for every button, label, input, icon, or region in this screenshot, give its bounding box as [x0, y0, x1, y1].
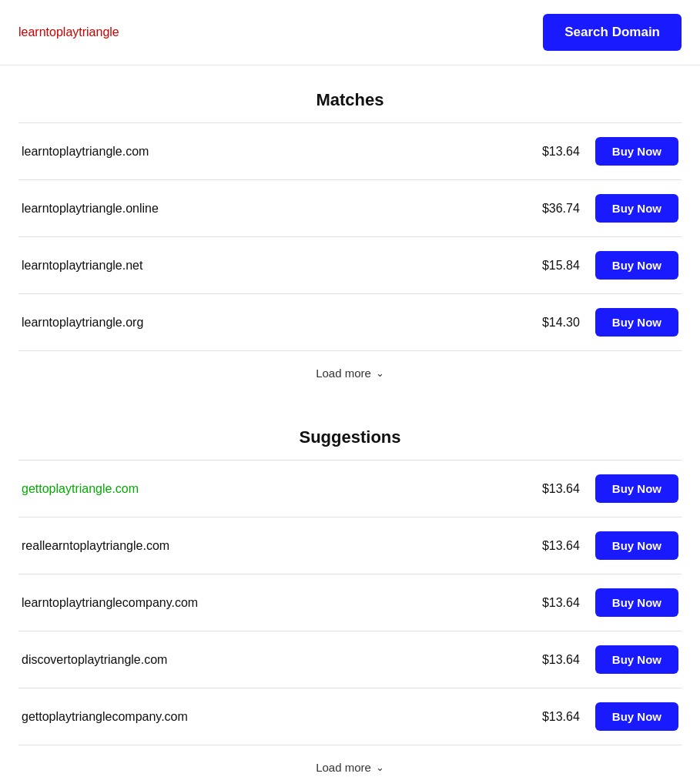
table-row: discovertoplaytriangle.com $13.64 Buy No… — [18, 631, 682, 688]
domain-name: learntoplaytriangle.com — [22, 145, 149, 159]
domain-right: $36.74 Buy Now — [534, 194, 678, 223]
domain-price: $13.64 — [534, 710, 580, 724]
matches-section-title: Matches — [18, 90, 682, 110]
search-input[interactable] — [18, 25, 327, 39]
domain-name: learntoplaytriangle.net — [22, 259, 142, 273]
buy-now-button[interactable]: Buy Now — [595, 645, 678, 674]
suggestions-section-title: Suggestions — [18, 427, 682, 447]
domain-right: $13.64 Buy Now — [534, 531, 678, 560]
domain-name: learntoplaytrianglecompany.com — [22, 596, 198, 610]
matches-load-more-label: Load more — [316, 367, 371, 380]
domain-name: reallearntoplaytriangle.com — [22, 539, 169, 553]
main-content: Matches learntoplaytriangle.com $13.64 B… — [0, 90, 700, 777]
domain-price: $13.64 — [534, 653, 580, 667]
buy-now-button[interactable]: Buy Now — [595, 137, 678, 166]
buy-now-button[interactable]: Buy Now — [595, 251, 678, 280]
table-row: learntoplaytriangle.online $36.74 Buy No… — [18, 180, 682, 237]
buy-now-button[interactable]: Buy Now — [595, 194, 678, 223]
chevron-down-icon: ⌄ — [376, 367, 384, 379]
domain-right: $13.64 Buy Now — [534, 702, 678, 731]
table-row: learntoplaytriangle.org $14.30 Buy Now — [18, 294, 682, 351]
domain-price: $15.84 — [534, 259, 580, 273]
domain-right: $13.64 Buy Now — [534, 474, 678, 503]
suggestions-load-more-container: Load more ⌄ — [18, 745, 682, 777]
domain-right: $14.30 Buy Now — [534, 308, 678, 337]
domain-right: $13.64 Buy Now — [534, 137, 678, 166]
domain-price: $14.30 — [534, 316, 580, 330]
table-row: learntoplaytriangle.com $13.64 Buy Now — [18, 122, 682, 180]
search-domain-button[interactable]: Search Domain — [543, 14, 682, 51]
header: Search Domain — [0, 0, 700, 65]
domain-name: discovertoplaytriangle.com — [22, 653, 167, 667]
buy-now-button[interactable]: Buy Now — [595, 702, 678, 731]
buy-now-button[interactable]: Buy Now — [595, 474, 678, 503]
matches-list: learntoplaytriangle.com $13.64 Buy Now l… — [18, 122, 682, 351]
domain-price: $13.64 — [534, 482, 580, 496]
domain-right: $13.64 Buy Now — [534, 645, 678, 674]
suggestions-load-more-button[interactable]: Load more ⌄ — [316, 761, 384, 774]
domain-name: learntoplaytriangle.org — [22, 316, 143, 330]
table-row: learntoplaytriangle.net $15.84 Buy Now — [18, 237, 682, 294]
domain-price: $13.64 — [534, 596, 580, 610]
domain-name: gettoplaytrianglecompany.com — [22, 710, 188, 724]
table-row: reallearntoplaytriangle.com $13.64 Buy N… — [18, 517, 682, 574]
domain-right: $13.64 Buy Now — [534, 588, 678, 617]
chevron-down-icon-2: ⌄ — [376, 762, 384, 773]
buy-now-button[interactable]: Buy Now — [595, 308, 678, 337]
domain-price: $13.64 — [534, 539, 580, 553]
table-row: gettoplaytriangle.com $13.64 Buy Now — [18, 460, 682, 517]
matches-load-more-container: Load more ⌄ — [18, 351, 682, 403]
matches-load-more-button[interactable]: Load more ⌄ — [316, 367, 384, 380]
domain-name: gettoplaytriangle.com — [22, 482, 139, 496]
domain-right: $15.84 Buy Now — [534, 251, 678, 280]
table-row: gettoplaytrianglecompany.com $13.64 Buy … — [18, 688, 682, 745]
suggestions-list: gettoplaytriangle.com $13.64 Buy Now rea… — [18, 460, 682, 745]
table-row: learntoplaytrianglecompany.com $13.64 Bu… — [18, 574, 682, 631]
domain-name: learntoplaytriangle.online — [22, 202, 159, 216]
buy-now-button[interactable]: Buy Now — [595, 531, 678, 560]
domain-price: $36.74 — [534, 202, 580, 216]
domain-price: $13.64 — [534, 145, 580, 159]
buy-now-button[interactable]: Buy Now — [595, 588, 678, 617]
suggestions-load-more-label: Load more — [316, 761, 371, 774]
